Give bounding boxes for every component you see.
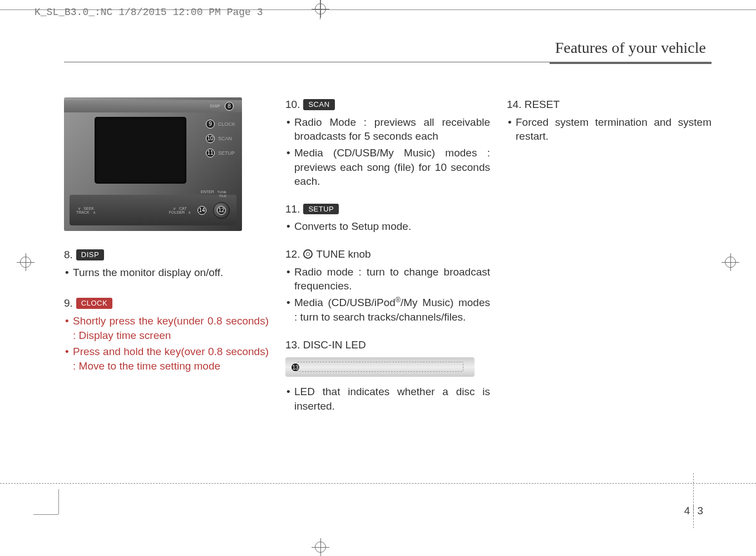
callout-14-icon: 14 xyxy=(197,206,206,215)
dash-label-setup: SETUP xyxy=(218,150,235,156)
item-14-title: 14. RESET xyxy=(507,97,560,112)
registration-mark-left xyxy=(17,253,34,271)
head-unit-photo: DISP 8 9CLOCK 10SCAN 11SETUP ∨ SEEKTRACK… xyxy=(64,97,242,231)
item-12-number: 12. xyxy=(285,247,300,262)
item-12-bullet-2: Media (CD/USB/iPod®/My Music) modes : tu… xyxy=(285,296,490,324)
dash-label-disp: DISP xyxy=(210,104,220,109)
page-no: 3 xyxy=(697,505,703,517)
column-2: 10. SCAN Radio Mode : previews all recei… xyxy=(285,97,490,417)
page-number: 4 3 xyxy=(684,505,703,517)
item-12-suffix: TUNE knob xyxy=(316,247,370,262)
dash-enter-tune: ENTER TUNEFILE xyxy=(201,190,226,198)
registration-mark-top xyxy=(312,0,329,18)
dashed-line-bottom xyxy=(0,483,756,484)
callout-13-icon: 13 xyxy=(291,363,300,372)
column-1: DISP 8 9CLOCK 10SCAN 11SETUP ∨ SEEKTRACK… xyxy=(64,97,269,417)
title-rule-bold xyxy=(550,62,711,64)
dashed-line-right xyxy=(693,473,694,528)
setup-button-label: SETUP xyxy=(303,204,339,215)
callout-11-icon: 11 xyxy=(206,149,215,158)
tune-knob-icon: 12 xyxy=(213,202,230,219)
item-10-number: 10. xyxy=(285,97,300,112)
item-14-bullet: Forced system termination and system res… xyxy=(507,115,711,144)
item-9-number: 9. xyxy=(64,296,73,311)
item-8-bullet: Turns the monitor display on/off. xyxy=(64,265,269,280)
item-11-bullet: Converts to Setup mode. xyxy=(285,219,490,234)
item-10-bullet-2: Media (CD/USB/My Music) modes : previews… xyxy=(285,146,490,189)
disp-button-label: DISP xyxy=(76,249,104,260)
section-title: Features of your vehicle xyxy=(64,39,711,60)
tune-knob-ring-icon xyxy=(303,249,313,259)
item-9-bullet-2: Press and hold the key(over 0.8 seconds)… xyxy=(64,345,269,373)
callout-12-icon: 12 xyxy=(217,206,226,215)
clock-button-label: CLOCK xyxy=(76,298,112,309)
dash-label-scan: SCAN xyxy=(218,135,232,142)
item-13-bullet: LED that indicates whether a disc is ins… xyxy=(285,385,490,413)
item-8-number: 8. xyxy=(64,248,73,262)
item-13-title: 13. DISC-IN LED xyxy=(285,338,366,352)
callout-10-icon: 10 xyxy=(206,134,215,143)
column-3: 14. RESET Forced system termination and … xyxy=(507,97,711,417)
callout-9-icon: 9 xyxy=(206,120,215,129)
print-header-slug: K_SL_B3.0_:NC 1/8/2015 12:00 PM Page 3 xyxy=(34,7,263,18)
callout-8-icon: 8 xyxy=(225,102,234,111)
dash-cat-folder: ∨ CATFOLDER ∧ xyxy=(169,206,191,214)
item-11-number: 11. xyxy=(285,202,300,217)
scan-button-label: SCAN xyxy=(303,99,334,110)
item-10-bullet-1: Radio Mode : previews all receivable bro… xyxy=(285,115,490,144)
registration-mark-right xyxy=(722,253,739,271)
chapter-number: 4 xyxy=(684,505,690,517)
dash-seek-track: ∨ SEEKTRACK ∧ xyxy=(76,206,96,214)
dash-screen xyxy=(95,117,186,184)
item-9-bullet-1: Shortly press the key(under 0.8 seconds)… xyxy=(64,314,269,342)
dash-label-clock: CLOCK xyxy=(218,121,235,127)
item-12-bullet-1: Radio mode : turn to change broadcast fr… xyxy=(285,265,490,293)
registration-mark-bottom xyxy=(312,538,329,556)
disc-led-photo: 13 xyxy=(285,357,475,377)
page-separator xyxy=(693,505,694,516)
cut-mark-bottom-left xyxy=(33,514,58,539)
